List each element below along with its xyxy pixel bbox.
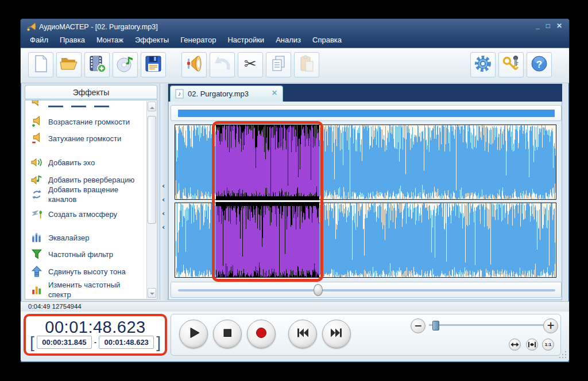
zoom-in-button[interactable]: +	[543, 318, 558, 333]
atmosphere-icon	[31, 208, 42, 220]
overview-strip[interactable]	[171, 105, 562, 121]
sidebar-item-freq-filter[interactable]: Частотный фильтр	[25, 247, 143, 262]
sidebar-item-volume-grow[interactable]: Возрастание громкости	[25, 114, 143, 129]
control-panel: − + 1:1	[171, 314, 561, 356]
title-bar: АудиоМАСТЕР - [02. Purgatory.mp3] _ □ ✕	[21, 19, 569, 35]
menu-item-help[interactable]: Справка	[307, 34, 347, 46]
menu-item-file[interactable]: Файл	[24, 34, 54, 46]
record-button[interactable]	[247, 320, 276, 348]
position-slider-handle[interactable]	[314, 284, 323, 296]
sidebar-item-pitch-shift[interactable]: Сдвинуть высоту тона	[25, 264, 143, 279]
fit-selection-button[interactable]	[526, 339, 538, 351]
copy-button[interactable]	[266, 52, 291, 77]
play-button[interactable]	[179, 320, 208, 348]
window-chrome: АудиоМАСТЕР - [02. Purgatory.mp3] _ □ ✕ …	[21, 19, 569, 48]
registration-button[interactable]	[498, 52, 524, 77]
sidebar-item-partial[interactable]	[25, 100, 143, 110]
effects-list: Возрастание громкостиЗатухание громкости…	[25, 100, 157, 300]
sidebar-item-volume-fade[interactable]: Затухание громкости	[25, 131, 143, 146]
position-slider-track[interactable]	[178, 289, 555, 291]
new-file-button[interactable]	[28, 52, 53, 77]
one-to-one-zoom-button[interactable]: 1:1	[542, 339, 554, 351]
svg-text:♪: ♪	[178, 90, 181, 97]
save-file-button[interactable]	[141, 52, 166, 77]
speaker-mixer-icon	[185, 55, 203, 75]
menu-item-generator[interactable]: Генератор	[175, 34, 222, 46]
waveform-canvas[interactable]	[175, 125, 556, 278]
collapse-chevron-icon[interactable]: ‹	[162, 195, 165, 204]
sidebar-item-echo[interactable]: Добавить эхо	[25, 155, 143, 170]
add-from-video-button[interactable]	[84, 52, 110, 77]
document-tab[interactable]: ♪ 02. Purgatory.mp3 ✕	[170, 85, 283, 102]
tab-close-icon[interactable]: ✕	[272, 89, 277, 97]
scroll-up-arrow-icon[interactable]	[148, 102, 156, 111]
undo-button[interactable]	[210, 52, 235, 77]
collapse-chevron-icon[interactable]: ‹	[162, 181, 165, 190]
sidebar-item-atmosphere[interactable]: Создать атмосферу	[25, 207, 143, 221]
sidebar-item-spectrum[interactable]: Изменить частотный спектр	[25, 279, 143, 300]
bottom-bar: 00:01:48.623 [ - ] − +	[21, 312, 569, 360]
sidebar-item-label: Частотный фильтр	[48, 250, 139, 259]
sidebar-item-label: Добавить реверберацию	[48, 175, 139, 185]
fit-width-button[interactable]	[509, 339, 521, 351]
spectrum-icon	[31, 284, 42, 296]
close-button[interactable]: ✕	[556, 22, 562, 30]
collapse-chevron-icon[interactable]: ‹	[162, 209, 165, 217]
sidebar-item-label: Изменить частотный спектр	[48, 280, 139, 300]
stop-icon	[220, 325, 235, 343]
effects-scrollbar[interactable]	[146, 101, 156, 298]
open-file-button[interactable]	[56, 52, 82, 77]
help-button[interactable]: ?	[527, 52, 552, 77]
fit-selection-icon	[528, 340, 536, 349]
sidebar-item-channel-rotate[interactable]: Добавить вращение каналов	[25, 184, 143, 205]
minimize-button[interactable]: _	[536, 22, 540, 30]
cut-button[interactable]: ✂	[238, 52, 263, 77]
scissors-icon: ✂	[241, 55, 260, 75]
resize-grip[interactable]	[559, 351, 566, 358]
volume-grow-icon	[31, 116, 42, 127]
selection-end-input[interactable]	[99, 336, 154, 349]
menu-item-settings[interactable]: Настройки	[222, 34, 270, 46]
settings-button[interactable]	[470, 52, 496, 77]
zoom-slider-handle[interactable]	[432, 321, 439, 331]
skip-to-start-icon	[295, 325, 310, 343]
stop-button[interactable]	[213, 320, 242, 348]
maximize-button[interactable]: □	[546, 22, 550, 30]
transport-controls	[179, 320, 351, 348]
position-slider[interactable]	[171, 282, 562, 298]
equalizer-icon	[31, 232, 42, 243]
desktop-background: АудиоМАСТЕР - [02. Purgatory.mp3] _ □ ✕ …	[0, 0, 588, 381]
sidebar-item-label: Затухание громкости	[48, 134, 139, 143]
volume-fade-icon	[31, 133, 42, 144]
volume-speaker-icon	[31, 100, 42, 107]
zoom-slider-track[interactable]	[429, 324, 550, 326]
menu-item-analysis[interactable]: Анализ	[270, 34, 307, 46]
toolbar-group-edit: ✂	[181, 52, 319, 77]
app-horn-icon	[26, 22, 36, 32]
skip-to-end-button[interactable]	[322, 320, 351, 348]
zoom-out-button[interactable]: −	[411, 318, 425, 333]
sidebar-item-partial-text	[48, 106, 109, 107]
grab-from-cd-button[interactable]	[113, 52, 138, 77]
volume-mixer-button[interactable]	[181, 52, 207, 77]
menu-item-montage[interactable]: Монтаж	[91, 34, 129, 46]
new-file-icon	[32, 55, 50, 75]
skip-to-start-button[interactable]	[288, 320, 317, 348]
collapse-chevron-icon[interactable]: ‹	[162, 223, 165, 231]
floppy-icon	[144, 55, 163, 75]
paste-button[interactable]	[294, 52, 319, 77]
range-separator: -	[94, 338, 96, 347]
gear-icon	[474, 55, 492, 75]
waveform-display[interactable]	[175, 125, 556, 278]
menu-item-effects[interactable]: Эффекты	[129, 34, 175, 46]
overview-range-bar[interactable]	[178, 110, 555, 117]
selection-start-input[interactable]	[37, 336, 92, 349]
scroll-down-arrow-icon[interactable]	[148, 288, 156, 298]
sidebar-splitter[interactable]: ‹‹‹‹	[160, 84, 168, 300]
pitch-shift-icon	[31, 266, 42, 277]
scrollbar-thumb[interactable]	[148, 116, 156, 224]
clipboard-icon	[297, 55, 316, 75]
sidebar-item-equalizer[interactable]: Эквалайзер	[25, 230, 143, 245]
effects-panel-header[interactable]: Эффекты	[25, 85, 157, 99]
menu-item-edit[interactable]: Правка	[54, 34, 91, 46]
